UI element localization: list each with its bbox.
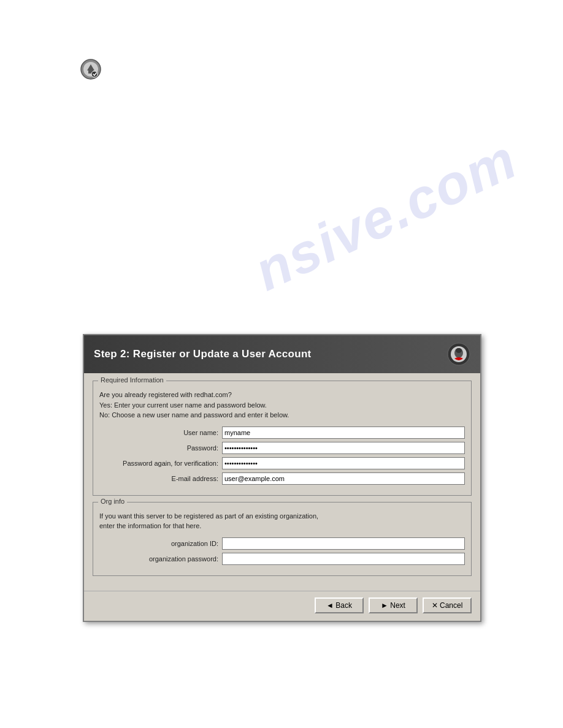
username-row: User name: [99, 427, 465, 439]
required-info-section: Required Information Are you already reg… [93, 381, 472, 496]
installer-icon [80, 58, 102, 80]
svg-point-3 [91, 71, 98, 77]
redhat-icon [447, 343, 470, 366]
username-input[interactable] [222, 427, 465, 439]
org-info-section: Org info If you want this server to be r… [93, 502, 472, 576]
svg-point-7 [456, 348, 462, 353]
dialog-window: Step 2: Register or Update a User Accoun… [83, 334, 481, 622]
required-info-description: Are you already registered with redhat.c… [99, 390, 465, 420]
password-again-label: Password again, for verification: [99, 460, 222, 467]
email-input[interactable] [222, 472, 465, 485]
password-again-input[interactable] [222, 457, 465, 469]
org-id-row: organization ID: [99, 537, 465, 550]
password-input[interactable] [222, 442, 465, 454]
password-label: Password: [99, 444, 222, 452]
button-bar: ◄ Back ► Next ✕ Cancel [84, 591, 480, 621]
dialog-titlebar: Step 2: Register or Update a User Accoun… [84, 335, 480, 373]
password-row: Password: [99, 442, 465, 454]
required-info-legend: Required Information [98, 376, 166, 384]
dialog-title: Step 2: Register or Update a User Accoun… [94, 348, 312, 360]
org-password-row: organization password: [99, 553, 465, 565]
org-id-input[interactable] [222, 537, 465, 550]
org-info-description: If you want this server to be registered… [99, 511, 465, 531]
org-password-input[interactable] [222, 553, 465, 565]
dialog-body: Required Information Are you already reg… [84, 373, 480, 591]
email-label: E-mail address: [99, 475, 222, 482]
username-label: User name: [99, 429, 222, 436]
org-info-legend: Org info [98, 498, 127, 505]
cancel-button[interactable]: ✕ Cancel [423, 597, 472, 613]
org-password-label: organization password: [99, 555, 222, 563]
watermark-text: nsive.com [245, 127, 526, 303]
org-id-label: organization ID: [99, 540, 222, 547]
next-button[interactable]: ► Next [369, 597, 418, 613]
password-again-row: Password again, for verification: [99, 457, 465, 469]
back-button[interactable]: ◄ Back [315, 597, 364, 613]
email-row: E-mail address: [99, 472, 465, 485]
